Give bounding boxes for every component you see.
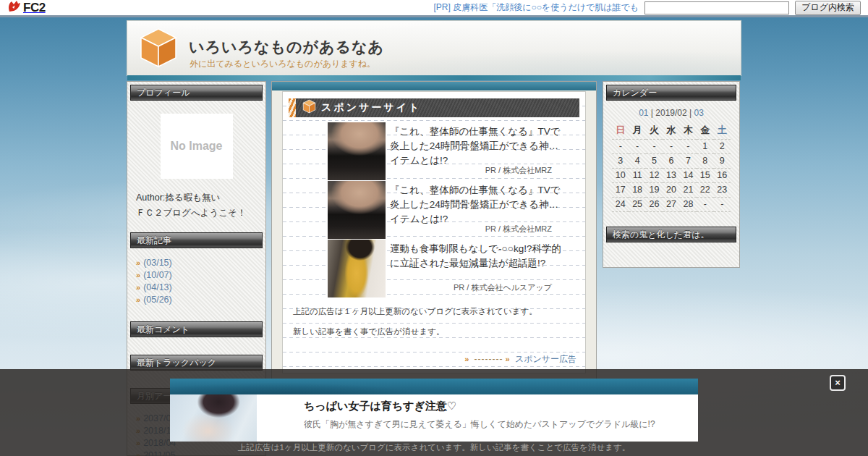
calendar-day: 13	[663, 169, 679, 183]
sponsor-ad-item[interactable]: 『これ、整体師の仕事無くなる』TVで炎上した24時間骨盤矯正ができる神…イテムと…	[283, 122, 585, 181]
ad-advertiser: PR / 株式会社MRZ	[485, 224, 552, 235]
top-bar: FC2 [PR] 皮膚科医「洗顔後に○○を使うだけで肌は誰でも ブログ内検索	[0, 0, 868, 17]
pr-headline-link[interactable]: [PR] 皮膚科医「洗顔後に○○を使うだけで肌は誰でも	[433, 1, 639, 14]
orange-stripes-decor	[289, 98, 296, 117]
calendar-day: 16	[714, 169, 731, 183]
calendar-nav-separator: |	[689, 108, 692, 118]
recent-post-link[interactable]: (03/15)	[143, 258, 172, 268]
calendar-day-header: 月	[629, 122, 645, 140]
calendar-day: 9	[714, 154, 731, 169]
calendar-day: 26	[646, 198, 663, 212]
arrow-bullet-icon: »	[136, 295, 140, 304]
ad-thumbnail[interactable]	[328, 122, 386, 180]
close-icon[interactable]: ×	[830, 375, 846, 391]
recent-post-item: »(04/13)	[136, 282, 257, 294]
calendar-day: 24	[612, 198, 629, 212]
calendar-day-header: 水	[663, 122, 679, 140]
calendar-day: 5	[646, 154, 663, 169]
overlay-ad-header-bar	[170, 379, 698, 394]
ad-thumbnail[interactable]	[328, 240, 386, 297]
sponsor-ad-item[interactable]: 運動も食事制限もなしで-○○kg!?科学的に立証された最短減量法が超話題!? P…	[283, 240, 585, 298]
calendar-day: 20	[663, 183, 679, 198]
sponsor-section-title: スポンサーサイト	[321, 101, 421, 114]
calendar-day: 28	[680, 198, 697, 212]
widget-calendar-title: カレンダー	[606, 85, 736, 101]
ad-notice-line2: 新しい記事を書く事で広告が消せます。	[293, 324, 585, 339]
calendar-day-header: 日	[612, 122, 629, 140]
recent-post-link[interactable]: (05/26)	[143, 295, 172, 305]
calendar-day: 1	[697, 140, 713, 154]
arrow-bullet-icon: »	[464, 355, 469, 363]
calendar-day: 21	[680, 183, 697, 198]
calendar-day-header: 金	[697, 122, 713, 140]
profile-welcome: ＦＣ２ブログへようこそ！	[136, 206, 258, 221]
overlay-ad-image[interactable]	[170, 394, 257, 442]
ad-thumbnail[interactable]	[328, 181, 386, 239]
calendar-table: 日 月 火 水 木 金 土 - - - - - 1 2	[612, 122, 731, 212]
sponsor-content-box: スポンサーサイト 『これ、整体師の仕事無くなる』TVで炎上した24時間骨盤矯正が…	[282, 91, 586, 373]
calendar-day: 23	[714, 183, 731, 198]
calendar-day: 17	[612, 183, 629, 198]
calendar-day-header: 土	[714, 122, 731, 140]
calendar-day: -	[680, 140, 697, 154]
calendar-day: 18	[629, 183, 645, 198]
calendar-day: 7	[680, 154, 697, 169]
cube-logo-icon	[139, 27, 178, 72]
calendar-day: 19	[646, 183, 663, 198]
right-sidebar: カレンダー 01 | 2019/02 | 03 日 月 火 水 木 金 土	[603, 81, 740, 268]
overlay-ad-title[interactable]: ちっぱい女子は育ちすぎ注意♡	[304, 400, 655, 413]
sponsor-ad-item[interactable]: 『これ、整体師の仕事無くなる』TVで炎上した24時間骨盤矯正ができる神…イテムと…	[283, 181, 585, 240]
cube-icon	[302, 99, 316, 117]
calendar-day: -	[612, 140, 629, 154]
blog-search-input[interactable]	[644, 1, 789, 14]
blog-search-button[interactable]: ブログ内検索	[795, 1, 861, 15]
calendar-nav-separator: |	[651, 108, 653, 118]
calendar-day: 25	[629, 198, 645, 212]
recent-post-link[interactable]: (10/07)	[143, 270, 172, 280]
calendar-day: 10	[612, 169, 629, 183]
calendar-day: 11	[629, 169, 645, 183]
sponsor-section-header: スポンサーサイト	[289, 98, 579, 117]
recent-post-item: »(10/07)	[136, 269, 257, 282]
recent-post-link[interactable]: (04/13)	[143, 282, 172, 292]
overlay-ad-footer-note: 上記広告は1ヶ月以上更新のないブログに表示されています。新しい記事を書くことで広…	[0, 442, 868, 453]
widget-search-oni-title: 検索の鬼と化した君は。	[606, 227, 736, 242]
calendar-day: 22	[697, 183, 713, 198]
calendar-next-link[interactable]: 03	[694, 108, 704, 118]
widget-recent-trackbacks-title: 最新トラックバック	[130, 355, 263, 371]
fc2-logo-icon	[7, 0, 22, 16]
recent-post-item: »(03/15)	[136, 257, 257, 269]
widget-recent-comments: 最新コメント	[130, 321, 263, 349]
sponsor-link-dashes: --------	[474, 354, 503, 364]
arrow-bullet-icon: »	[505, 355, 509, 363]
arrow-bullet-icon: »	[136, 258, 140, 267]
calendar-day: -	[663, 140, 679, 154]
widget-search-oni: 検索の鬼と化した君は。	[606, 227, 736, 261]
sponsor-category-link[interactable]: スポンサー広告	[515, 354, 576, 364]
fc2-logo[interactable]: FC2	[7, 0, 46, 16]
profile-no-image: No Image	[161, 114, 233, 179]
calendar-current-month: 2019/02	[655, 108, 686, 118]
calendar-day-header: 木	[680, 122, 697, 140]
calendar-day: 12	[646, 169, 663, 183]
main-column: スポンサーサイト 『これ、整体師の仕事無くなる』TVで炎上した24時間骨盤矯正が…	[271, 81, 597, 379]
blog-subtitle: 外に出てみるといろいろなものがありますね。	[190, 58, 375, 70]
calendar-nav: 01 | 2019/02 | 03	[608, 104, 735, 121]
ad-advertiser: PR / 株式会社ヘルスアップ	[454, 282, 552, 293]
calendar-day: 15	[697, 169, 713, 183]
recent-post-item: »(05/26)	[136, 294, 257, 306]
calendar-day: 27	[663, 198, 679, 212]
arrow-bullet-icon: »	[136, 283, 140, 292]
calendar-day: 4	[629, 154, 645, 169]
widget-profile: プロフィール No Image Author:捻る暇も無い ＦＣ２ブログへようこ…	[130, 85, 263, 226]
calendar-day-header: 火	[646, 122, 663, 140]
overlay-ad-box[interactable]: ちっぱい女子は育ちすぎ注意♡ 彼氏「胸が無さすぎて男に見えて萎える」悔しくて始め…	[170, 379, 698, 442]
overlay-ad-description[interactable]: 彼氏「胸が無さすぎて男に見えて萎える」悔しくて始めたバストアップでグラドル級に!…	[304, 418, 655, 431]
calendar-day: 6	[663, 154, 679, 169]
widget-calendar: カレンダー 01 | 2019/02 | 03 日 月 火 水 木 金 土	[606, 85, 736, 218]
calendar-prev-link[interactable]: 01	[639, 108, 648, 118]
widget-recent-posts: 最新記事 »(03/15) »(10/07) »(04/13) »(05/26)	[130, 232, 263, 315]
calendar-day: -	[697, 198, 713, 212]
blog-title[interactable]: いろいろなものがあるなあ	[189, 37, 384, 57]
calendar-day: -	[714, 198, 731, 212]
